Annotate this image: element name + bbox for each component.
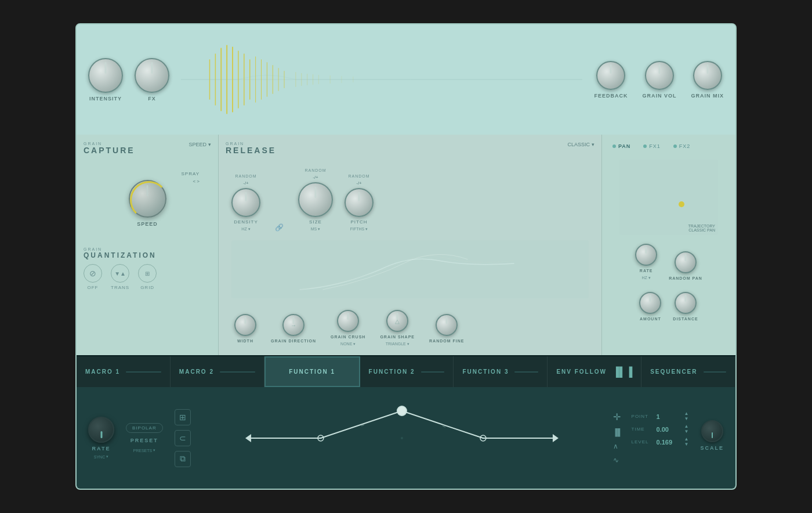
level-row: LEVEL 0.169 ▲ ▼ xyxy=(632,437,689,447)
tab-macro2[interactable]: MACRO 2 xyxy=(171,356,264,387)
point-row: POINT 1 ▲ ▼ xyxy=(632,411,689,421)
tab-function3[interactable]: FUNCTION 3 xyxy=(454,356,548,387)
time-up-btn[interactable]: ▲ xyxy=(684,424,689,429)
bottom-section: RATE SYNC ▾ BIPOLAR PRESET PRESETS ▾ ⊞ ⊂… xyxy=(77,387,735,489)
level-down-btn[interactable]: ▼ xyxy=(684,442,689,447)
speed-knob-area: SPRAY < > SPEED xyxy=(84,168,211,239)
scale-knob[interactable] xyxy=(701,420,723,442)
pitch-knob[interactable] xyxy=(345,188,374,217)
density-unit[interactable]: HZ ▾ xyxy=(241,227,250,232)
feedback-knob[interactable] xyxy=(596,61,625,90)
pan-rate-knob[interactable] xyxy=(635,244,657,266)
width-group: WIDTH xyxy=(234,314,256,343)
tab-sequencer[interactable]: SEQUENCER xyxy=(641,356,735,387)
presets-dropdown[interactable]: PRESETS ▾ xyxy=(133,448,156,453)
random-pan-label: RANDOM PAN xyxy=(669,276,702,280)
distance-knob[interactable] xyxy=(675,292,697,314)
copy-icon-btn[interactable]: ⧉ xyxy=(175,451,191,467)
crosshair-icon[interactable]: ✛ xyxy=(613,411,623,422)
quant-grid-btn[interactable]: ⊞ GRID xyxy=(138,264,157,290)
pitch-unit[interactable]: FIFTHS ▾ xyxy=(350,227,368,232)
snap-icons: ✛ ▐▌ ∧ ∿ xyxy=(613,411,623,464)
middle-section: GRAIN CAPTURE SPEED ▾ SPRAY < > SPEED GR… xyxy=(77,135,735,355)
quant-trans-label: TRANS xyxy=(111,285,129,290)
grid-icon-btn[interactable]: ⊞ xyxy=(175,409,191,425)
trajectory-label: TRAJECTORY CLASSIC PAN xyxy=(688,224,715,232)
capture-header: GRAIN CAPTURE SPEED ▾ xyxy=(84,142,211,160)
grain-crush-knob[interactable] xyxy=(337,310,359,332)
grain-direction-label: GRAIN DIRECTION xyxy=(271,339,316,343)
random-fine-knob[interactable] xyxy=(436,314,458,336)
preset-dropdown[interactable]: CLASSIC ▾ xyxy=(567,142,594,147)
pan-rate-unit[interactable]: HZ ▾ xyxy=(641,276,650,280)
point-down-btn[interactable]: ▼ xyxy=(684,417,689,421)
release-bottom-knobs: WIDTH → GRAIN DIRECTION GRAIN CRUSH NONE… xyxy=(226,304,594,352)
level-stepper[interactable]: ▲ ▼ xyxy=(684,437,689,447)
grain-direction-group: → GRAIN DIRECTION xyxy=(271,314,316,343)
scale-knob-group: SCALE xyxy=(700,420,724,451)
release-section-label: GRAIN xyxy=(226,142,276,146)
grain-shape-sub[interactable]: TRIANGLE ▾ xyxy=(386,342,409,346)
size-knob[interactable] xyxy=(298,182,333,217)
point-stepper[interactable]: ▲ ▼ xyxy=(684,411,689,421)
pan-tab-row: PAN FX1 FX2 xyxy=(609,142,728,151)
macro1-line xyxy=(126,371,161,373)
random-pan-knob[interactable] xyxy=(675,251,697,273)
scale-label: SCALE xyxy=(700,445,724,451)
rate-knob[interactable] xyxy=(88,417,114,443)
tab-pan[interactable]: PAN xyxy=(609,142,634,151)
tab-fx2[interactable]: FX2 xyxy=(670,142,694,151)
grain-crush-sub[interactable]: NONE ▾ xyxy=(340,342,356,346)
bipolar-button[interactable]: BIPOLAR xyxy=(126,423,163,433)
grain-mix-group: GRAIN MIX xyxy=(691,61,724,99)
time-row: TIME 0.00 ▲ ▼ xyxy=(632,424,689,434)
tab-fx1[interactable]: FX1 xyxy=(640,142,664,151)
curve-svg xyxy=(202,400,601,476)
random-fine-label: RANDOM FINE xyxy=(429,339,464,343)
bar-chart-icon[interactable]: ▐▌ xyxy=(613,428,623,436)
fx-label: FX xyxy=(148,96,156,102)
speed-dropdown[interactable]: SPEED ▾ xyxy=(188,142,211,147)
point-controls: ✛ ▐▌ ∧ ∿ POINT 1 ▲ ▼ TIME xyxy=(613,411,689,464)
release-title: RELEASE xyxy=(226,146,276,155)
waveform-display xyxy=(181,39,582,120)
point-up-btn[interactable]: ▲ xyxy=(684,411,689,416)
density-size-link[interactable]: 🔗 xyxy=(272,223,287,232)
tab-env-follow[interactable]: ENV FOLLOW ▐▌▐ xyxy=(548,356,641,387)
size-unit[interactable]: MS ▾ xyxy=(311,227,320,232)
wave-m-icon[interactable]: ∧ xyxy=(613,442,623,450)
grain-direction-knob[interactable]: → xyxy=(282,314,304,336)
quant-off-btn[interactable]: ⊘ OFF xyxy=(84,264,102,290)
density-knob[interactable] xyxy=(231,188,260,217)
wave2-icon[interactable]: ∿ xyxy=(613,456,623,464)
grain-mix-knob[interactable] xyxy=(693,61,722,90)
sequencer-line xyxy=(704,371,727,373)
speed-knob[interactable] xyxy=(129,180,166,218)
quant-off-icon: ⊘ xyxy=(84,264,102,283)
time-stepper[interactable]: ▲ ▼ xyxy=(684,424,689,434)
level-up-btn[interactable]: ▲ xyxy=(684,437,689,442)
amount-knob[interactable] xyxy=(639,292,661,314)
fx-knob[interactable] xyxy=(135,58,169,93)
rate-sync-label[interactable]: SYNC ▾ xyxy=(94,454,108,459)
grain-shape-knob[interactable]: △ xyxy=(386,310,408,332)
feedback-label: FEEDBACK xyxy=(594,93,628,99)
quant-trans-btn[interactable]: ▼▲ TRANS xyxy=(111,264,129,290)
tab-function1[interactable]: FUNCTION 1 xyxy=(264,356,360,387)
size-group: RANDOM -/+ SIZE MS ▾ xyxy=(298,168,333,232)
grain-vol-knob[interactable] xyxy=(645,61,674,90)
pan-power-dot xyxy=(612,144,616,148)
macro2-line xyxy=(220,371,255,373)
width-knob[interactable] xyxy=(234,314,256,336)
point-label: POINT xyxy=(632,414,652,419)
function2-line xyxy=(421,371,445,373)
intensity-label: INTENSITY xyxy=(89,96,122,102)
envelope-display xyxy=(231,240,589,298)
function-curve-display xyxy=(202,400,601,476)
tab-function2[interactable]: FUNCTION 2 xyxy=(360,356,454,387)
waveform-svg xyxy=(181,39,582,120)
intensity-knob[interactable] xyxy=(88,58,123,93)
magnet-icon-btn[interactable]: ⊂ xyxy=(175,430,191,446)
time-down-btn[interactable]: ▼ xyxy=(684,429,689,434)
tab-macro1[interactable]: MACRO 1 xyxy=(77,356,171,387)
